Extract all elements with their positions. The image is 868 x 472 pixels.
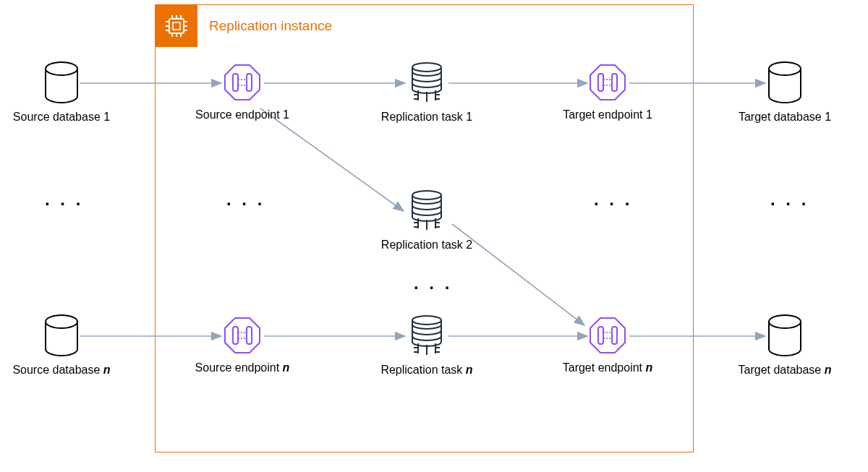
endpoint-icon [224,317,261,354]
target-database-n: Target database n [723,314,846,377]
replication-task-1: Replication task 1 [365,61,488,124]
ellipsis: . . . [594,189,632,210]
source-database-1: Source database 1 [0,61,123,124]
replication-task-2: Replication task 2 [365,189,488,252]
task-icon [409,189,444,231]
chip-icon [156,5,197,47]
node-label: Target endpoint n [563,361,653,374]
source-endpoint-1: Source endpoint 1 [181,64,304,121]
task-icon [409,61,444,103]
task-icon [409,314,444,356]
node-label: Replication task 2 [381,239,472,251]
node-label: Source endpoint n [195,361,290,374]
target-endpoint-n: Target endpoint n [546,317,669,374]
target-endpoint-1: Target endpoint 1 [546,64,669,121]
node-label: Target database n [739,364,832,377]
ellipsis: . . . [226,189,265,210]
ellipsis: . . . [770,189,809,210]
container-title: Replication instance [209,18,332,34]
node-label: Target database 1 [739,111,831,123]
database-icon [767,61,802,103]
endpoint-icon [589,64,626,101]
endpoint-icon [589,317,626,354]
source-endpoint-n: Source endpoint n [181,317,304,374]
replication-task-n: Replication task n [365,314,488,377]
node-label: Replication task n [380,364,472,377]
source-database-n: Source database n [0,314,123,377]
ellipsis: . . . [414,273,452,293]
node-label: Source database 1 [13,111,110,123]
endpoint-icon [224,64,261,101]
node-label: Source database n [12,364,110,377]
database-icon [44,61,79,103]
target-database-1: Target database 1 [723,61,846,124]
node-label: Replication task 1 [381,111,472,123]
node-label: Target endpoint 1 [563,108,652,121]
ellipsis: . . . [45,189,83,210]
container-header: Replication instance [156,5,332,47]
database-icon [44,314,79,356]
node-label: Source endpoint 1 [195,108,289,121]
database-icon [767,314,802,356]
